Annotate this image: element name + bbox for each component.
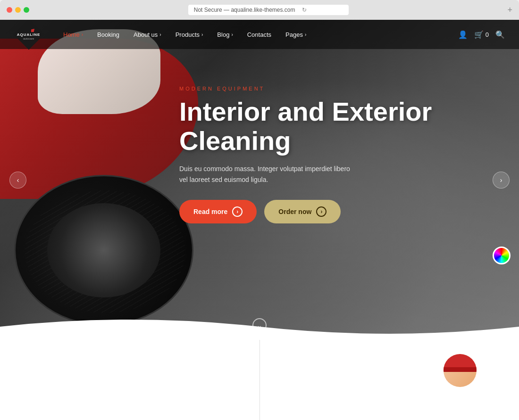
- nav-links: Home › Booking About us › Products › Blo…: [58, 27, 458, 42]
- hero-content: MODERN EQUIPMENT Interior and Exterior C…: [179, 86, 481, 223]
- chevron-icon-about: ›: [159, 32, 161, 37]
- read-more-label: Read more: [193, 208, 227, 215]
- divider-line: [260, 340, 260, 420]
- website: AQUALINE autocare Home › Booking About u…: [0, 20, 519, 420]
- worker-cap-brim: [444, 367, 477, 372]
- address-text: Not Secure — aqualine.like-themes.com: [194, 7, 295, 13]
- browser-titlebar: Not Secure — aqualine.like-themes.com ↻ …: [0, 0, 519, 20]
- nav-item-about[interactable]: About us ›: [128, 27, 167, 42]
- hero-buttons: Read more › Order now ›: [179, 200, 481, 223]
- hero-subtitle: MODERN EQUIPMENT: [179, 86, 481, 91]
- address-bar[interactable]: Not Secure — aqualine.like-themes.com ↻: [188, 5, 349, 15]
- address-bar-wrap: Not Secure — aqualine.like-themes.com ↻: [33, 5, 503, 15]
- below-hero-section: [0, 340, 519, 420]
- hero-section: AQUALINE autocare Home › Booking About u…: [0, 20, 519, 340]
- user-icon[interactable]: 👤: [458, 30, 468, 39]
- logo-name: AQUALINE: [17, 33, 41, 37]
- maximize-button[interactable]: [24, 7, 29, 13]
- chevron-icon: ›: [82, 32, 83, 37]
- read-more-button[interactable]: Read more ›: [179, 200, 257, 223]
- cart-count: 0: [486, 31, 489, 38]
- slider-next-button[interactable]: ›: [493, 172, 510, 189]
- chevron-icon-products: ›: [201, 32, 203, 37]
- worker-head: [444, 354, 477, 387]
- worker-cap: [444, 354, 477, 371]
- nav-label-about: About us: [134, 31, 158, 38]
- minimize-button[interactable]: [15, 7, 21, 13]
- nav-item-blog[interactable]: Blog ›: [211, 27, 238, 42]
- nav-item-contacts[interactable]: Contacts: [242, 27, 277, 42]
- nav-label-booking: Booking: [97, 31, 119, 38]
- nav-item-booking[interactable]: Booking: [92, 27, 125, 42]
- nav-label-products: Products: [176, 31, 200, 38]
- window-controls: [7, 7, 29, 13]
- worker-preview: [425, 349, 481, 420]
- logo-sub: autocare: [17, 37, 41, 40]
- logo-diamond: AQUALINE autocare: [13, 20, 44, 50]
- hero-headlight-decoration: [14, 175, 193, 326]
- slider-prev-button[interactable]: ‹: [9, 172, 26, 189]
- hero-title: Interior and Exterior Cleaning: [179, 97, 481, 155]
- search-icon[interactable]: 🔍: [495, 30, 505, 39]
- nav-label-pages: Pages: [285, 31, 303, 38]
- nav-item-pages[interactable]: Pages ›: [280, 27, 312, 42]
- nav-right: 👤 🛒 0 🔍: [458, 30, 505, 39]
- color-picker-widget[interactable]: [493, 247, 511, 264]
- reload-icon[interactable]: ↻: [302, 7, 307, 13]
- new-tab-button[interactable]: +: [507, 5, 512, 15]
- cart-icon: 🛒: [474, 30, 484, 39]
- navbar: AQUALINE autocare Home › Booking About u…: [0, 20, 519, 49]
- chevron-icon-pages: ›: [305, 32, 306, 37]
- logo[interactable]: AQUALINE autocare: [14, 20, 43, 49]
- scroll-down-button[interactable]: ⌄: [252, 318, 267, 332]
- close-button[interactable]: [7, 7, 12, 13]
- nav-label-home: Home: [63, 31, 80, 38]
- headlight-inner: [47, 203, 160, 297]
- read-more-arrow-icon: ›: [232, 206, 243, 217]
- cart-wrapper[interactable]: 🛒 0: [474, 30, 489, 39]
- nav-label-contacts: Contacts: [247, 31, 271, 38]
- chevron-icon-blog: ›: [231, 32, 233, 37]
- hero-description: Duis eu commodo massa. Integer volutpat …: [179, 164, 359, 185]
- logo-text-container: AQUALINE autocare: [17, 29, 41, 40]
- nav-label-blog: Blog: [217, 31, 229, 38]
- nav-item-home[interactable]: Home ›: [58, 27, 89, 42]
- browser-chrome: Not Secure — aqualine.like-themes.com ↻ …: [0, 0, 519, 20]
- order-now-label: Order now: [278, 208, 311, 215]
- order-now-button[interactable]: Order now ›: [264, 200, 341, 223]
- order-now-arrow-icon: ›: [316, 206, 326, 217]
- nav-item-products[interactable]: Products ›: [170, 27, 209, 42]
